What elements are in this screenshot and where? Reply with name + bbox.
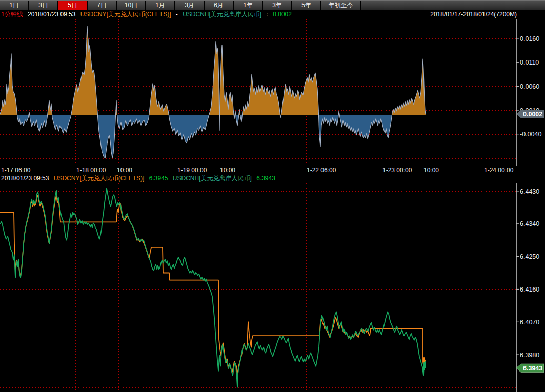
usdcnh-series-label: USDCNH[美元兑离岸人民币] <box>183 11 261 18</box>
y-tick-label: -0.0040 <box>520 131 541 138</box>
tab-5日[interactable]: 5日 <box>58 1 88 10</box>
usdcnh-last-price-badge: 6.3943 <box>516 364 544 372</box>
y-tick-label: 6.4160 <box>520 286 539 293</box>
tab-年初至今[interactable]: 年初至今 <box>321 1 361 10</box>
tab-1日[interactable]: 1日 <box>0 1 29 10</box>
series-usdcnh <box>0 188 426 387</box>
spread-chart-plot[interactable]: 0.01600.01100.00600.0010-0.00400.0002 <box>0 19 545 166</box>
y-tick-label: 0.0110 <box>520 59 539 66</box>
tab-10日[interactable]: 10日 <box>117 1 146 10</box>
tab-1年[interactable]: 1年 <box>234 1 263 10</box>
gridlines <box>0 183 516 392</box>
y-tick-label: 0.0060 <box>520 83 539 90</box>
tab-6月[interactable]: 6月 <box>205 1 234 10</box>
colon-sign: : <box>267 11 268 18</box>
tab-5年[interactable]: 5年 <box>292 1 321 10</box>
minus-sign: - <box>176 11 178 18</box>
usdcny-last-value: 6.3945 <box>149 175 168 182</box>
usdcny-series-label: USDCNY[美元兑人民币(CFETS)] <box>80 11 171 18</box>
y-tick-label: 6.4430 <box>520 188 539 195</box>
usdcny-series-label: USDCNY[美元兑人民币(CFETS)] <box>54 175 145 182</box>
tab-3日[interactable]: 3日 <box>29 1 58 10</box>
y-tick-label: 6.4070 <box>520 319 539 326</box>
tab-3月[interactable]: 3月 <box>175 1 205 10</box>
series-spread <box>0 26 426 158</box>
x-axis-label: 1-17 06:00 <box>1 167 30 174</box>
price-chart-header: 2018/01/23 09:53 USDCNY[美元兑人民币(CFETS)] 6… <box>0 175 545 183</box>
tab-7日[interactable]: 7日 <box>88 1 117 10</box>
y-tick-label: 6.3980 <box>520 352 539 359</box>
spread-value: 0.0002 <box>273 11 292 18</box>
usdcnh-series-label: USDCNH[美元兑离岸人民币] <box>173 175 252 182</box>
svg-text:0.0002: 0.0002 <box>523 111 542 118</box>
x-axis-label: 1-24 00:00 <box>484 167 513 174</box>
x-axis-strip: 1-17 06:001-18 00:0010:001-19 00:0010:00… <box>0 166 545 174</box>
x-axis-label: 1-18 00:00 <box>76 167 106 174</box>
interval-label: 1分钟线 <box>1 11 23 18</box>
x-axis-label: 10:00 <box>423 167 439 174</box>
date-range-label[interactable]: 2018/01/17-2018/01/24(7200M) <box>430 11 517 18</box>
datetime-label: 2018/01/23 09:53 <box>1 175 49 182</box>
spread-current-value-badge: 0.0002 <box>516 110 544 118</box>
y-tick-label: 6.4340 <box>520 220 539 228</box>
x-axis-label: 1-23 00:00 <box>382 167 412 174</box>
datetime-label: 2018/01/23 09:53 <box>28 11 75 18</box>
tab-3年[interactable]: 3年 <box>263 1 292 10</box>
period-tabbar: 1日3日5日7日10日1月3月6月1年3年5年年初至今 <box>0 0 545 11</box>
price-chart-plot[interactable]: 6.44306.43406.42506.41606.40706.39806.39… <box>0 183 545 392</box>
svg-text:6.3943: 6.3943 <box>523 365 542 372</box>
spread-chart-header: 1分钟线 2018/01/23 09:53 USDCNY[美元兑人民币(CFET… <box>0 11 545 19</box>
y-tick-label: 6.4250 <box>520 253 539 260</box>
x-axis-label: 1-19 00:00 <box>177 167 207 174</box>
spread-line <box>0 26 426 158</box>
x-axis-label: 10:00 <box>117 167 132 174</box>
fx-trading-terminal: 1日3日5日7日10日1月3月6月1年3年5年年初至今 1分钟线 2018/01… <box>0 0 545 392</box>
y-tick-label: 0.0160 <box>520 35 539 43</box>
x-axis-label: 1-22 06:00 <box>307 167 336 174</box>
usdcnh-last-value: 6.3943 <box>256 175 275 182</box>
x-axis-label: 10:00 <box>220 167 235 174</box>
tab-1月[interactable]: 1月 <box>146 1 175 10</box>
